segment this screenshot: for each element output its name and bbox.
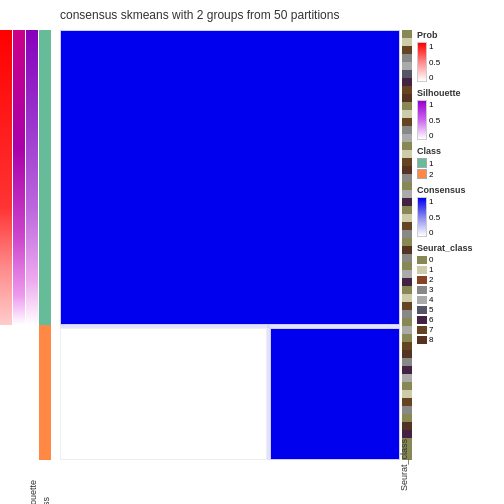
seurat-6-color <box>417 316 427 324</box>
class-2-label: 2 <box>429 170 433 179</box>
seurat-4: 4 <box>417 295 502 304</box>
seurat-1-label: 1 <box>429 265 433 274</box>
seurat-6: 6 <box>417 315 502 324</box>
seurat-class-bottom-label: Seurat_class <box>399 439 414 499</box>
seurat-3-color <box>417 286 427 294</box>
class-bar <box>39 30 51 460</box>
con-min: 0 <box>429 228 440 237</box>
chart-title: consensus skmeans with 2 groups from 50 … <box>60 8 339 22</box>
prob-gradient <box>417 42 427 82</box>
consensus-gradient <box>417 197 427 237</box>
class-legend-item-2: 2 <box>417 169 502 179</box>
con-mid: 0.5 <box>429 213 440 222</box>
seurat-4-label: 4 <box>429 295 433 304</box>
p2-bar <box>13 30 25 460</box>
seurat-0-color <box>417 256 427 264</box>
consensus-legend: Consensus 1 0.5 0 <box>417 185 502 237</box>
silhouette-bar <box>26 30 38 460</box>
seurat-6-label: 6 <box>429 315 433 324</box>
seurat-2-label: 2 <box>429 275 433 284</box>
silhouette-legend: Silhouette 1 0.5 0 <box>417 88 502 140</box>
seurat-class-bar <box>402 30 412 460</box>
sil-mid: 0.5 <box>429 116 440 125</box>
class-1-color <box>417 158 427 168</box>
consensus-legend-title: Consensus <box>417 185 502 195</box>
class-label: Class <box>41 497 51 504</box>
seurat-3-label: 3 <box>429 285 433 294</box>
p1-bar <box>0 30 12 460</box>
class-1-label: 1 <box>429 159 433 168</box>
sil-max: 1 <box>429 100 440 109</box>
seurat-5-label: 5 <box>429 305 433 314</box>
seurat-5: 5 <box>417 305 502 314</box>
seurat-1: 1 <box>417 265 502 274</box>
left-annotation-bars: p1 p2 Silhouette Class <box>0 30 60 460</box>
seurat-7: 7 <box>417 325 502 334</box>
legend-area: Prob 1 0.5 0 Silhouette 1 0.5 0 <box>417 30 502 490</box>
seurat-3: 3 <box>417 285 502 294</box>
seurat-8: 8 <box>417 335 502 344</box>
class-legend: Class 1 2 <box>417 146 502 179</box>
seurat-8-color <box>417 336 427 344</box>
class-legend-item-1: 1 <box>417 158 502 168</box>
silhouette-gradient <box>417 100 427 140</box>
heatmap-bottom-right <box>270 328 400 460</box>
seurat-4-color <box>417 296 427 304</box>
class-legend-title: Class <box>417 146 502 156</box>
bottom-axis-labels: p1 p2 Silhouette Class <box>0 460 60 504</box>
seurat-1-color <box>417 266 427 274</box>
prob-min: 0 <box>429 73 440 82</box>
seurat-8-label: 8 <box>429 335 433 344</box>
seurat-2-color <box>417 276 427 284</box>
seurat-7-color <box>417 326 427 334</box>
prob-legend: Prob 1 0.5 0 <box>417 30 502 82</box>
seurat-class-legend: Seurat_class 0 1 2 3 4 <box>417 243 502 344</box>
heatmap-top-block <box>60 30 400 325</box>
prob-mid: 0.5 <box>429 58 440 67</box>
seurat-5-color <box>417 306 427 314</box>
prob-max: 1 <box>429 42 440 51</box>
class-2-color <box>417 169 427 179</box>
seurat-class-legend-title: Seurat_class <box>417 243 502 253</box>
sil-min: 0 <box>429 131 440 140</box>
main-heatmap <box>60 30 400 460</box>
silhouette-label: Silhouette <box>28 480 38 504</box>
seurat-0-label: 0 <box>429 255 433 264</box>
heatmap-bottom-left <box>60 328 267 460</box>
silhouette-legend-title: Silhouette <box>417 88 502 98</box>
seurat-7-label: 7 <box>429 325 433 334</box>
con-max: 1 <box>429 197 440 206</box>
seurat-2: 2 <box>417 275 502 284</box>
prob-legend-title: Prob <box>417 30 502 40</box>
chart-container: consensus skmeans with 2 groups from 50 … <box>0 0 504 504</box>
seurat-0: 0 <box>417 255 502 264</box>
